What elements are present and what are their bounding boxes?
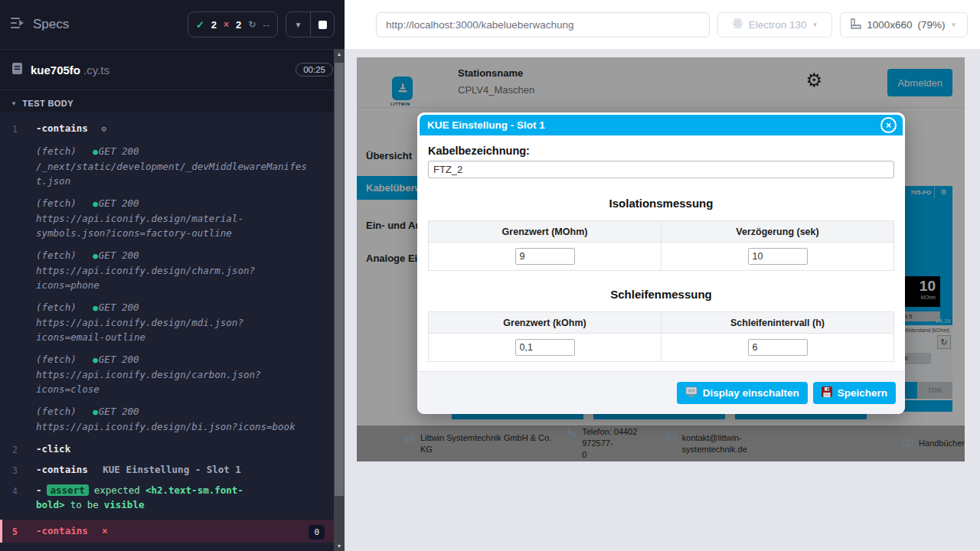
cable-name-input[interactable] <box>428 161 894 178</box>
fetch-log-row[interactable]: (fetch) ●GET 200 /_next/static/developme… <box>0 144 334 188</box>
status-dot-icon: ● <box>93 303 98 313</box>
table-cell <box>429 243 662 271</box>
assert-row[interactable]: 4 -assertexpected<h2.text-sm.font-bold>t… <box>0 483 334 512</box>
loop-section-title: Schleifenmessung <box>428 288 894 301</box>
status-dot-icon: ● <box>93 251 98 261</box>
viewport-size: 1000x660 <box>867 19 912 31</box>
modal-header: KUE Einstellung - Slot 1 × <box>420 115 903 135</box>
spec-duration: 00:25 <box>296 63 333 77</box>
loop-table: Grenzwert (kOhm) Schleifenintervall (h) <box>428 311 894 362</box>
command-name: contains <box>42 525 88 536</box>
assert-text: visible <box>104 499 145 510</box>
fetch-label: (fetch) <box>36 145 77 157</box>
spec-file-icon <box>11 62 23 78</box>
fetch-status: GET 200 <box>99 406 139 417</box>
fetch-url: https://api.iconify.design/mdi.json? ico… <box>36 315 323 344</box>
loop-intervall-input[interactable] <box>748 339 808 356</box>
modal-title: KUE Einstellung - Slot 1 <box>427 119 545 131</box>
monitor-icon <box>685 386 697 399</box>
stop-icon <box>318 21 327 29</box>
fetch-log-row[interactable]: (fetch) ●GET 200 https://api.iconify.des… <box>0 248 334 292</box>
fetch-label: (fetch) <box>36 406 77 417</box>
fetch-url: https://api.iconify.design/bi.json?icons… <box>36 419 323 434</box>
failed-icon: × <box>224 19 229 30</box>
save-button[interactable]: Speichern <box>813 382 896 404</box>
fetch-status: GET 200 <box>99 145 139 157</box>
fetch-log-row[interactable]: (fetch) ●GET 200 https://api.iconify.des… <box>0 404 334 434</box>
command-row[interactable]: 2 -click <box>0 442 334 456</box>
command-log: 1 -contains ⚙ (fetch) ●GET 200 /_next/st… <box>0 112 334 551</box>
assert-text: to <box>70 499 82 510</box>
fetch-status: GET 200 <box>99 354 139 365</box>
browser-label: Electron 130 <box>749 19 807 31</box>
specs-title[interactable]: Specs <box>10 17 69 33</box>
loop-grenzwert-input[interactable] <box>515 339 575 356</box>
iso-grenzwert-input[interactable] <box>515 248 575 265</box>
chevron-down-icon: ▼ <box>295 21 302 29</box>
command-number: 2 <box>12 443 18 458</box>
display-on-label: Display einschalten <box>703 387 799 399</box>
passed-icon: ✓ <box>196 19 204 31</box>
spec-ext: .cy.ts <box>83 64 109 77</box>
scroll-up-icon[interactable]: ▲ <box>334 49 345 59</box>
assert-text: expected <box>94 484 140 496</box>
cable-label: Kabelbezeichnung: <box>428 145 894 157</box>
column-header: Grenzwert (kOhm) <box>429 312 662 334</box>
command-dash: - <box>36 443 42 455</box>
pending-icon: ↻ <box>248 19 256 30</box>
fetch-status: GET 200 <box>99 249 139 261</box>
pending-count: -- <box>263 19 270 31</box>
isolation-section-title: Isolationsmessung <box>428 197 894 210</box>
modal-footer: Display einschalten Speichern <box>417 371 905 414</box>
chevron-down-icon: ▼ <box>951 21 957 28</box>
specs-list-icon <box>10 17 25 33</box>
fetch-log-row[interactable]: (fetch) ●GET 200 https://api.iconify.des… <box>0 300 334 344</box>
kue-settings-modal: KUE Einstellung - Slot 1 × Kabelbezeichn… <box>417 112 905 414</box>
command-name: contains <box>42 122 88 134</box>
command-row[interactable]: 3 -contains KUE Einstellung - Slot 1 <box>0 462 334 477</box>
cypress-reporter: Specs ✓ 2 × 2 ↻ -- ▼ kue705fo .cy.ts 00:… <box>0 0 345 551</box>
command-dash: - <box>36 484 42 496</box>
command-number: 4 <box>12 484 18 499</box>
assert-text: be <box>87 499 99 510</box>
command-number: 1 <box>12 122 18 137</box>
gear-icon: ⚙ <box>101 124 106 134</box>
scrollbar-thumb[interactable] <box>335 63 344 496</box>
column-header: Grenzwert (MOhm) <box>429 221 662 243</box>
close-icon[interactable]: × <box>880 117 897 133</box>
floppy-disk-icon <box>822 386 832 399</box>
stop-button[interactable] <box>310 12 334 37</box>
reporter-scrollbar[interactable]: ▲ ▼ <box>334 49 345 551</box>
fetch-url: /_next/static/development/_devMiddleware… <box>36 159 323 188</box>
command-name: click <box>42 443 71 455</box>
browser-select[interactable]: Electron 130 ▼ <box>717 12 831 37</box>
assert-badge: assert <box>47 484 89 496</box>
failed-command-row[interactable]: 5 -contains × 0 <box>0 520 334 543</box>
fetch-url: https://api.iconify.design/material- sym… <box>36 211 323 240</box>
url-input[interactable] <box>386 19 700 31</box>
scroll-down-icon[interactable]: ▼ <box>334 541 345 551</box>
spec-name: kue705fo <box>31 64 80 77</box>
save-label: Speichern <box>838 387 887 399</box>
column-header: Schleifenintervall (h) <box>662 312 894 334</box>
spec-file-row[interactable]: kue705fo .cy.ts 00:25 <box>0 49 345 90</box>
ruler-icon <box>851 18 861 31</box>
fetch-log-row[interactable]: (fetch) ●GET 200 https://api.iconify.des… <box>0 196 334 240</box>
fetch-url: https://api.iconify.design/carbon.json? … <box>36 367 323 396</box>
url-bar[interactable] <box>376 12 710 37</box>
collapse-button[interactable]: ▼ <box>286 12 310 37</box>
fetch-label: (fetch) <box>36 302 77 313</box>
fetch-log-row[interactable]: (fetch) ●GET 200 https://api.iconify.des… <box>0 352 334 396</box>
chevron-down-icon: ▼ <box>812 21 818 28</box>
display-on-button[interactable]: Display einschalten <box>677 382 808 404</box>
table-cell <box>429 334 662 362</box>
iso-verzoegerung-input[interactable] <box>748 248 808 265</box>
test-body-header[interactable]: ▼ TEST BODY <box>0 90 345 112</box>
fetch-status: GET 200 <box>99 197 139 209</box>
status-dot-icon: ● <box>93 147 98 157</box>
viewport-select[interactable]: 1000x660 (79%) ▼ <box>840 12 968 37</box>
command-number: 3 <box>12 464 18 478</box>
fail-count-badge: 0 <box>309 525 325 540</box>
command-row[interactable]: 1 -contains ⚙ <box>0 121 334 136</box>
passed-count: 2 <box>211 19 217 31</box>
